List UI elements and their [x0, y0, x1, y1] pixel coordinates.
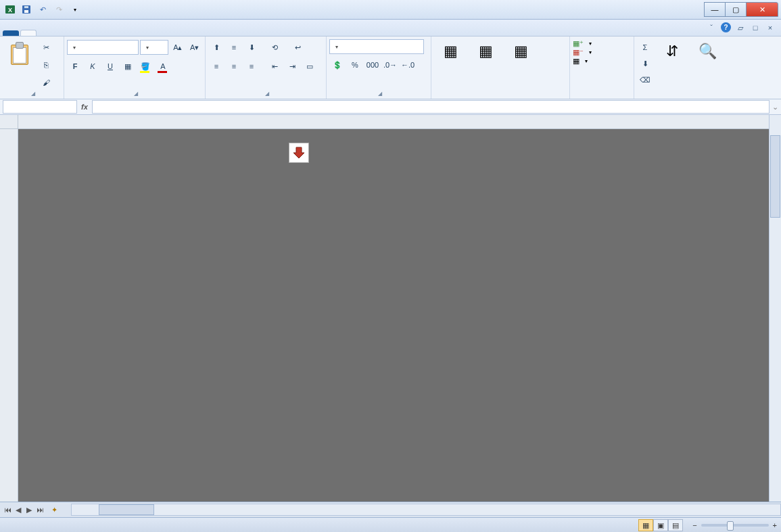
- fill-icon[interactable]: ⬇: [637, 55, 653, 72]
- dialog-launcher-icon[interactable]: ◢: [265, 91, 269, 97]
- svg-text:X: X: [8, 7, 12, 14]
- grow-font-icon[interactable]: A▴: [170, 39, 185, 55]
- zoom-out-icon[interactable]: −: [692, 521, 696, 529]
- decrease-decimal-icon[interactable]: ←.0: [400, 57, 416, 73]
- sheet-nav-prev-icon[interactable]: ◀: [14, 506, 23, 514]
- clipboard-icon: [8, 41, 30, 65]
- sheet-nav-last-icon[interactable]: ⏭: [35, 506, 45, 514]
- merge-icon[interactable]: ▭: [302, 58, 318, 74]
- window-controls: — ▢ ✕: [705, 2, 778, 17]
- align-top-icon[interactable]: ⬆: [208, 39, 224, 55]
- number-format-dropdown[interactable]: ▾: [329, 39, 424, 54]
- tab-formler[interactable]: [69, 30, 85, 36]
- zoom-slider[interactable]: [701, 524, 769, 527]
- indent-decrease-icon[interactable]: ⇤: [266, 58, 283, 74]
- tab-hjem[interactable]: [20, 30, 37, 36]
- undo-icon[interactable]: ↶: [35, 2, 50, 17]
- name-box[interactable]: [3, 100, 77, 114]
- excel-icon[interactable]: X: [3, 2, 18, 17]
- autosum-icon[interactable]: Σ: [637, 39, 653, 55]
- view-normal-icon[interactable]: ▦: [638, 519, 653, 531]
- cell-styles-button[interactable]: ▦: [504, 39, 537, 64]
- formula-input[interactable]: [92, 100, 770, 114]
- format-cells-button[interactable]: ▦▾: [573, 57, 592, 66]
- quick-access-toolbar: X ↶ ↷ ▾: [3, 2, 82, 17]
- increase-decimal-icon[interactable]: .0→: [382, 57, 398, 73]
- title-bar: X ↶ ↷ ▾ — ▢ ✕: [0, 0, 781, 20]
- column-headers: [18, 115, 769, 129]
- insert-cells-button[interactable]: ▦⁺▾: [573, 39, 592, 48]
- align-left-icon[interactable]: ≡: [208, 58, 224, 74]
- red-arrow-indicator: [289, 143, 309, 163]
- fx-icon[interactable]: fx: [81, 103, 88, 111]
- help-icon[interactable]: ?: [721, 22, 731, 32]
- tab-settinn[interactable]: [37, 30, 53, 36]
- window-maximize-icon[interactable]: □: [750, 22, 761, 33]
- font-size-dropdown[interactable]: ▾: [140, 40, 168, 55]
- redo-icon[interactable]: ↷: [51, 2, 66, 17]
- ribbon-minimize-icon[interactable]: ˇ: [706, 22, 717, 33]
- sheet-nav-first-icon[interactable]: ⏮: [3, 506, 12, 514]
- zoom-in-icon[interactable]: +: [773, 521, 777, 529]
- view-page-break-icon[interactable]: ▤: [668, 519, 683, 531]
- cut-icon[interactable]: ✂: [38, 39, 54, 55]
- tab-sideoppsett[interactable]: [53, 30, 69, 36]
- window-close-icon[interactable]: ×: [765, 22, 776, 33]
- font-color-icon[interactable]: A: [155, 58, 171, 74]
- close-button[interactable]: ✕: [746, 2, 778, 17]
- formula-bar: fx ⌄: [0, 99, 781, 115]
- save-icon[interactable]: [19, 2, 34, 17]
- percent-icon[interactable]: %: [347, 57, 363, 73]
- tab-visning[interactable]: [118, 30, 134, 36]
- delete-cells-button[interactable]: ▦⁻▾: [573, 48, 592, 57]
- align-middle-icon[interactable]: ≡: [226, 39, 242, 55]
- dialog-launcher-icon[interactable]: ◢: [31, 91, 35, 97]
- underline-icon[interactable]: U: [102, 58, 118, 74]
- qat-dropdown-icon[interactable]: ▾: [68, 2, 82, 17]
- align-right-icon[interactable]: ≡: [243, 58, 260, 74]
- row-headers: [0, 115, 18, 502]
- minimize-button[interactable]: —: [704, 2, 726, 17]
- bold-icon[interactable]: F: [67, 58, 83, 74]
- format-as-table-button[interactable]: ▦: [469, 39, 502, 64]
- sort-filter-button[interactable]: ⇵: [656, 39, 688, 64]
- shrink-font-icon[interactable]: A▾: [187, 39, 202, 55]
- copy-icon[interactable]: ⎘: [38, 57, 54, 73]
- ribbon: ✂ ⎘ 🖌 ◢ ▾ ▾ A▴ A▾ F K U ▦ 🪣 A ◢: [0, 37, 781, 99]
- tab-esa[interactable]: [134, 30, 150, 36]
- sheet-tabs-bar: ⏮ ◀ ▶ ⏭ ✦: [0, 502, 781, 517]
- svg-rect-3: [24, 10, 28, 13]
- paste-button[interactable]: [3, 39, 35, 66]
- format-painter-icon[interactable]: 🖌: [38, 74, 54, 91]
- tab-fil[interactable]: [3, 30, 19, 36]
- italic-icon[interactable]: K: [85, 58, 101, 74]
- sheet-nav-next-icon[interactable]: ▶: [24, 506, 34, 514]
- vertical-scrollbar[interactable]: [769, 115, 781, 502]
- spreadsheet-grid[interactable]: [0, 115, 781, 502]
- window-restore-icon[interactable]: ▱: [735, 22, 746, 33]
- find-select-button[interactable]: 🔍: [691, 39, 724, 64]
- fill-color-icon[interactable]: 🪣: [137, 58, 153, 74]
- font-name-dropdown[interactable]: ▾: [67, 40, 139, 55]
- clear-icon[interactable]: ⌫: [637, 72, 653, 88]
- conditional-formatting-button[interactable]: ▦: [434, 39, 467, 64]
- wrap-text-icon[interactable]: ↩: [289, 39, 306, 55]
- dialog-launcher-icon[interactable]: ◢: [134, 91, 138, 97]
- comma-icon[interactable]: 000: [364, 57, 381, 73]
- dialog-launcher-icon[interactable]: ◢: [378, 91, 382, 97]
- horizontal-scrollbar[interactable]: [71, 504, 781, 516]
- align-center-icon[interactable]: ≡: [226, 58, 242, 74]
- currency-icon[interactable]: 💲: [329, 57, 346, 73]
- orientation-icon[interactable]: ⟲: [266, 39, 283, 55]
- new-sheet-icon[interactable]: ✦: [51, 506, 57, 514]
- formula-expand-icon[interactable]: ⌄: [770, 103, 781, 112]
- tab-data[interactable]: [85, 30, 101, 36]
- select-all-corner[interactable]: [0, 115, 18, 129]
- ribbon-tabs: ˇ ? ▱ □ ×: [0, 20, 781, 37]
- align-bottom-icon[interactable]: ⬇: [243, 39, 260, 55]
- view-page-layout-icon[interactable]: ▣: [653, 519, 668, 531]
- border-icon[interactable]: ▦: [120, 58, 136, 74]
- maximize-button[interactable]: ▢: [725, 2, 747, 17]
- indent-increase-icon[interactable]: ⇥: [284, 58, 300, 74]
- tab-segjennom[interactable]: [101, 30, 118, 36]
